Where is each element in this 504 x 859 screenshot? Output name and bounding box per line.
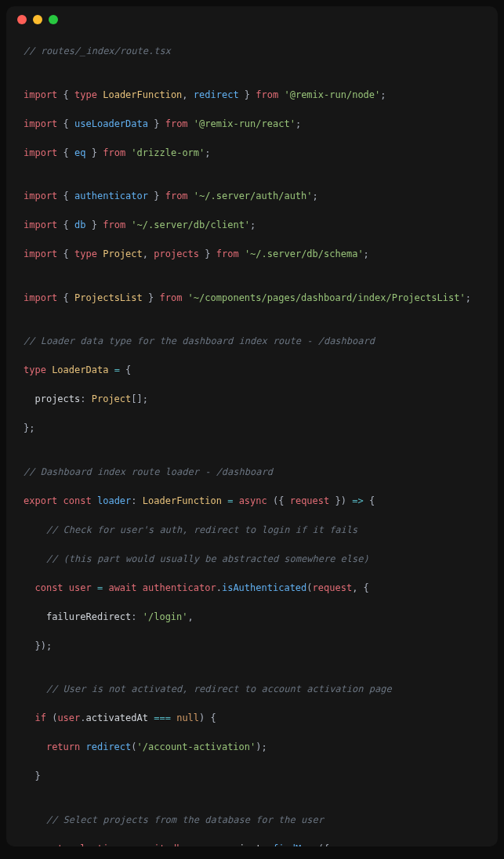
file-path-comment: // routes/_index/route.tsx [24,45,171,56]
minimize-icon[interactable] [33,15,42,24]
close-icon[interactable] [17,15,27,24]
code-area: // routes/_index/route.tsx import { type… [6,33,498,846]
editor-window: // routes/_index/route.tsx import { type… [6,6,498,846]
zoom-icon[interactable] [49,15,58,24]
titlebar [6,6,498,33]
